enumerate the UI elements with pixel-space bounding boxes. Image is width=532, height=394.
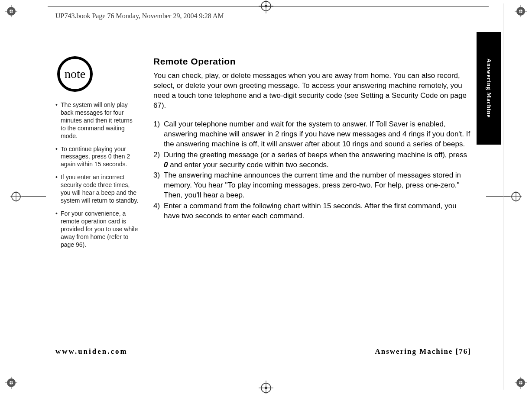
footer-page-number: [76] bbox=[456, 347, 471, 355]
crop-line bbox=[17, 11, 39, 11]
step-text: Enter a command from the following chart… bbox=[164, 201, 471, 221]
step-item: 3) The answering machine announces the c… bbox=[153, 171, 471, 200]
crop-mark-icon bbox=[5, 377, 17, 389]
crop-line bbox=[493, 11, 515, 11]
content-area: note The system will only play back mess… bbox=[55, 56, 471, 254]
step-item: 2) During the greeting message (or a ser… bbox=[153, 150, 471, 170]
step-number: 4) bbox=[153, 201, 164, 221]
crop-line bbox=[486, 196, 510, 197]
step-text-pre: During the greeting message (or a series… bbox=[164, 151, 467, 159]
running-header: UP743.book Page 76 Monday, November 29, … bbox=[55, 12, 224, 20]
register-ring-icon bbox=[510, 191, 522, 202]
footer-pager: Answering Machine [76] bbox=[375, 347, 472, 356]
section-tab: Answering Machine bbox=[477, 32, 501, 145]
crop-line bbox=[17, 383, 39, 383]
note-column: note The system will only play back mess… bbox=[55, 56, 139, 254]
svg-point-25 bbox=[265, 5, 267, 7]
step-text: Call your telephone number and wait for … bbox=[164, 119, 471, 149]
section-tab-label: Answering Machine bbox=[485, 58, 492, 118]
crop-line bbox=[521, 17, 521, 39]
crop-line bbox=[11, 17, 11, 39]
note-item: The system will only play back messages … bbox=[55, 101, 139, 140]
trim-line bbox=[503, 3, 503, 390]
register-ring-icon bbox=[10, 191, 22, 202]
note-badge-label: note bbox=[65, 67, 85, 81]
step-number: 2) bbox=[153, 150, 164, 170]
section-heading: Remote Operation bbox=[153, 56, 471, 67]
step-text: The answering machine announces the curr… bbox=[164, 171, 471, 200]
main-column: Remote Operation You can check, play, or… bbox=[153, 56, 471, 221]
page: UP743.book Page 76 Monday, November 29, … bbox=[0, 0, 532, 394]
note-list: The system will only play back messages … bbox=[55, 101, 139, 249]
footer-section: Answering Machine bbox=[375, 347, 453, 355]
register-mid-icon bbox=[259, 381, 273, 394]
svg-point-29 bbox=[265, 387, 267, 389]
note-item: If you enter an incorrect security code … bbox=[55, 174, 139, 205]
step-text: During the greeting message (or a series… bbox=[164, 150, 471, 170]
step-list: 1) Call your telephone number and wait f… bbox=[153, 119, 471, 221]
note-item: To continue playing your messages, press… bbox=[55, 145, 139, 169]
crop-mark-icon bbox=[515, 5, 527, 17]
step-item: 4) Enter a command from the following ch… bbox=[153, 201, 471, 221]
crop-line bbox=[22, 196, 46, 197]
step-number: 1) bbox=[153, 119, 164, 149]
intro-paragraph: You can check, play, or delete messages … bbox=[153, 71, 471, 111]
crop-mark-icon bbox=[5, 5, 17, 17]
footer-url: www.uniden.com bbox=[55, 347, 128, 356]
header-rule bbox=[48, 6, 489, 7]
step-number: 3) bbox=[153, 171, 164, 200]
step-item: 1) Call your telephone number and wait f… bbox=[153, 119, 471, 149]
crop-line bbox=[521, 355, 521, 377]
note-item: For your convenience, a remote operation… bbox=[55, 210, 139, 249]
crop-line bbox=[11, 355, 11, 377]
note-badge-icon: note bbox=[57, 56, 93, 92]
crop-mark-icon bbox=[515, 377, 527, 389]
page-footer: www.uniden.com Answering Machine [76] bbox=[55, 347, 471, 356]
step-text-post: and enter your security code within two … bbox=[168, 161, 328, 169]
crop-line bbox=[493, 383, 515, 383]
